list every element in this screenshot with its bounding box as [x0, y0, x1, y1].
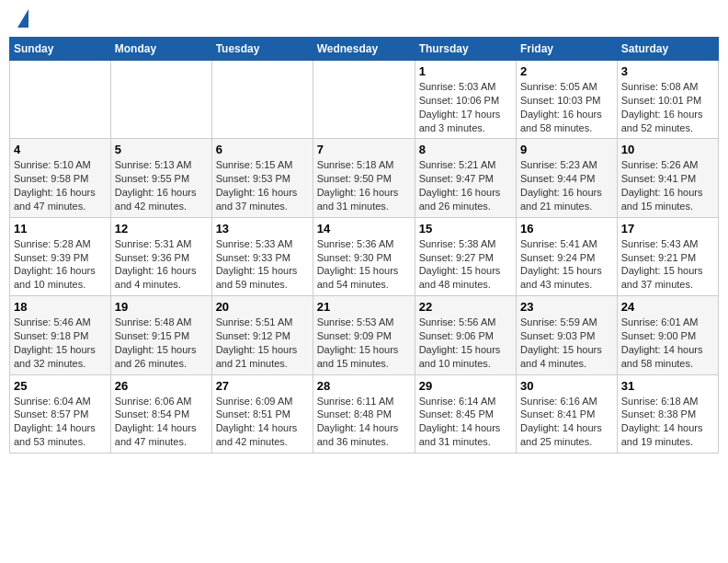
- day-number: 17: [621, 222, 714, 236]
- calendar-cell: 19Sunrise: 5:48 AM Sunset: 9:15 PM Dayli…: [110, 296, 211, 374]
- day-number: 5: [115, 143, 208, 156]
- calendar-cell: 31Sunrise: 6:18 AM Sunset: 8:38 PM Dayli…: [617, 374, 718, 453]
- calendar-cell: 2Sunrise: 5:05 AM Sunset: 10:03 PM Dayli…: [517, 61, 618, 139]
- calendar-cell: 17Sunrise: 5:43 AM Sunset: 9:21 PM Dayli…: [617, 217, 718, 295]
- day-detail: Sunrise: 6:01 AM Sunset: 9:00 PM Dayligh…: [621, 316, 714, 370]
- column-header-wednesday: Wednesday: [313, 38, 415, 61]
- day-detail: Sunrise: 5:33 AM Sunset: 9:33 PM Dayligh…: [216, 237, 309, 292]
- calendar-cell: 8Sunrise: 5:21 AM Sunset: 9:47 PM Daylig…: [415, 139, 516, 217]
- day-detail: Sunrise: 5:48 AM Sunset: 9:15 PM Dayligh…: [115, 316, 208, 370]
- column-header-monday: Monday: [110, 38, 211, 61]
- day-detail: Sunrise: 5:23 AM Sunset: 9:44 PM Dayligh…: [520, 158, 613, 213]
- calendar-cell: 29Sunrise: 6:14 AM Sunset: 8:45 PM Dayli…: [415, 374, 516, 453]
- day-detail: Sunrise: 5:31 AM Sunset: 9:36 PM Dayligh…: [115, 237, 208, 292]
- column-header-tuesday: Tuesday: [211, 38, 313, 61]
- day-detail: Sunrise: 6:18 AM Sunset: 8:38 PM Dayligh…: [621, 395, 714, 449]
- calendar-header-row: SundayMondayTuesdayWednesdayThursdayFrid…: [10, 38, 719, 61]
- day-detail: Sunrise: 5:13 AM Sunset: 9:55 PM Dayligh…: [115, 158, 208, 213]
- calendar-cell: 3Sunrise: 5:08 AM Sunset: 10:01 PM Dayli…: [617, 61, 718, 139]
- day-number: 15: [419, 222, 512, 236]
- calendar-cell: 14Sunrise: 5:36 AM Sunset: 9:30 PM Dayli…: [313, 217, 415, 295]
- calendar-cell: [313, 61, 415, 139]
- day-detail: Sunrise: 5:53 AM Sunset: 9:09 PM Dayligh…: [317, 316, 411, 370]
- week-row-4: 18Sunrise: 5:46 AM Sunset: 9:18 PM Dayli…: [10, 296, 719, 374]
- calendar-cell: 1Sunrise: 5:03 AM Sunset: 10:06 PM Dayli…: [415, 61, 516, 139]
- logo: [15, 13, 28, 28]
- day-number: 21: [317, 300, 411, 314]
- calendar-cell: 6Sunrise: 5:15 AM Sunset: 9:53 PM Daylig…: [211, 139, 313, 217]
- calendar-cell: 11Sunrise: 5:28 AM Sunset: 9:39 PM Dayli…: [10, 217, 111, 295]
- calendar-table: SundayMondayTuesdayWednesdayThursdayFrid…: [9, 37, 719, 454]
- day-number: 29: [419, 379, 512, 393]
- calendar-cell: 10Sunrise: 5:26 AM Sunset: 9:41 PM Dayli…: [617, 139, 718, 217]
- calendar-cell: 30Sunrise: 6:16 AM Sunset: 8:41 PM Dayli…: [517, 374, 618, 453]
- day-detail: Sunrise: 5:18 AM Sunset: 9:50 PM Dayligh…: [317, 158, 411, 213]
- calendar-cell: 15Sunrise: 5:38 AM Sunset: 9:27 PM Dayli…: [415, 217, 516, 295]
- day-number: 13: [216, 222, 309, 236]
- day-number: 6: [216, 143, 309, 156]
- column-header-thursday: Thursday: [415, 38, 516, 61]
- day-detail: Sunrise: 5:51 AM Sunset: 9:12 PM Dayligh…: [216, 316, 309, 370]
- day-detail: Sunrise: 5:46 AM Sunset: 9:18 PM Dayligh…: [14, 316, 107, 370]
- day-detail: Sunrise: 5:26 AM Sunset: 9:41 PM Dayligh…: [621, 158, 714, 213]
- day-detail: Sunrise: 5:03 AM Sunset: 10:06 PM Daylig…: [419, 80, 512, 134]
- day-number: 8: [419, 143, 512, 156]
- day-detail: Sunrise: 5:10 AM Sunset: 9:58 PM Dayligh…: [14, 158, 107, 213]
- day-number: 4: [14, 143, 107, 156]
- calendar-cell: 20Sunrise: 5:51 AM Sunset: 9:12 PM Dayli…: [211, 296, 313, 374]
- day-detail: Sunrise: 5:21 AM Sunset: 9:47 PM Dayligh…: [419, 158, 512, 213]
- column-header-friday: Friday: [517, 38, 618, 61]
- calendar-cell: 25Sunrise: 6:04 AM Sunset: 8:57 PM Dayli…: [10, 374, 111, 453]
- day-detail: Sunrise: 5:28 AM Sunset: 9:39 PM Dayligh…: [14, 237, 107, 292]
- day-number: 20: [216, 300, 309, 314]
- day-number: 28: [317, 379, 411, 393]
- calendar-cell: 18Sunrise: 5:46 AM Sunset: 9:18 PM Dayli…: [10, 296, 111, 374]
- day-number: 11: [14, 222, 107, 236]
- week-row-1: 1Sunrise: 5:03 AM Sunset: 10:06 PM Dayli…: [10, 61, 719, 139]
- day-detail: Sunrise: 6:14 AM Sunset: 8:45 PM Dayligh…: [419, 395, 512, 449]
- calendar-cell: 12Sunrise: 5:31 AM Sunset: 9:36 PM Dayli…: [110, 217, 211, 295]
- day-detail: Sunrise: 5:41 AM Sunset: 9:24 PM Dayligh…: [520, 237, 613, 292]
- day-number: 22: [419, 300, 512, 314]
- calendar-cell: [110, 61, 211, 139]
- day-detail: Sunrise: 5:43 AM Sunset: 9:21 PM Dayligh…: [621, 237, 714, 292]
- week-row-5: 25Sunrise: 6:04 AM Sunset: 8:57 PM Dayli…: [10, 374, 719, 453]
- day-detail: Sunrise: 5:15 AM Sunset: 9:53 PM Dayligh…: [216, 158, 309, 213]
- day-detail: Sunrise: 5:36 AM Sunset: 9:30 PM Dayligh…: [317, 237, 411, 292]
- day-number: 3: [621, 64, 714, 78]
- calendar-cell: [10, 61, 111, 139]
- day-detail: Sunrise: 6:04 AM Sunset: 8:57 PM Dayligh…: [14, 395, 107, 449]
- column-header-saturday: Saturday: [617, 38, 718, 61]
- day-number: 9: [520, 143, 613, 156]
- day-detail: Sunrise: 5:38 AM Sunset: 9:27 PM Dayligh…: [419, 237, 512, 292]
- day-number: 12: [115, 222, 208, 236]
- page-header: [9, 9, 719, 31]
- calendar-cell: 21Sunrise: 5:53 AM Sunset: 9:09 PM Dayli…: [313, 296, 415, 374]
- day-number: 16: [520, 222, 613, 236]
- day-number: 23: [520, 300, 613, 314]
- day-detail: Sunrise: 5:08 AM Sunset: 10:01 PM Daylig…: [621, 80, 714, 134]
- day-detail: Sunrise: 6:06 AM Sunset: 8:54 PM Dayligh…: [115, 395, 208, 449]
- calendar-cell: 4Sunrise: 5:10 AM Sunset: 9:58 PM Daylig…: [10, 139, 111, 217]
- day-detail: Sunrise: 5:05 AM Sunset: 10:03 PM Daylig…: [520, 80, 613, 134]
- week-row-3: 11Sunrise: 5:28 AM Sunset: 9:39 PM Dayli…: [10, 217, 719, 295]
- day-number: 27: [216, 379, 309, 393]
- day-number: 18: [14, 300, 107, 314]
- calendar-cell: 5Sunrise: 5:13 AM Sunset: 9:55 PM Daylig…: [110, 139, 211, 217]
- day-detail: Sunrise: 6:16 AM Sunset: 8:41 PM Dayligh…: [520, 395, 613, 449]
- week-row-2: 4Sunrise: 5:10 AM Sunset: 9:58 PM Daylig…: [10, 139, 719, 217]
- day-number: 26: [115, 379, 208, 393]
- day-number: 2: [520, 64, 613, 78]
- calendar-cell: 13Sunrise: 5:33 AM Sunset: 9:33 PM Dayli…: [211, 217, 313, 295]
- calendar-cell: 16Sunrise: 5:41 AM Sunset: 9:24 PM Dayli…: [517, 217, 618, 295]
- day-detail: Sunrise: 6:11 AM Sunset: 8:48 PM Dayligh…: [317, 395, 411, 449]
- day-number: 30: [520, 379, 613, 393]
- day-number: 24: [621, 300, 714, 314]
- calendar-cell: 22Sunrise: 5:56 AM Sunset: 9:06 PM Dayli…: [415, 296, 516, 374]
- day-number: 31: [621, 379, 714, 393]
- day-detail: Sunrise: 5:56 AM Sunset: 9:06 PM Dayligh…: [419, 316, 512, 370]
- day-number: 1: [419, 64, 512, 78]
- day-number: 14: [317, 222, 411, 236]
- calendar-cell: 9Sunrise: 5:23 AM Sunset: 9:44 PM Daylig…: [517, 139, 618, 217]
- calendar-cell: 27Sunrise: 6:09 AM Sunset: 8:51 PM Dayli…: [211, 374, 313, 453]
